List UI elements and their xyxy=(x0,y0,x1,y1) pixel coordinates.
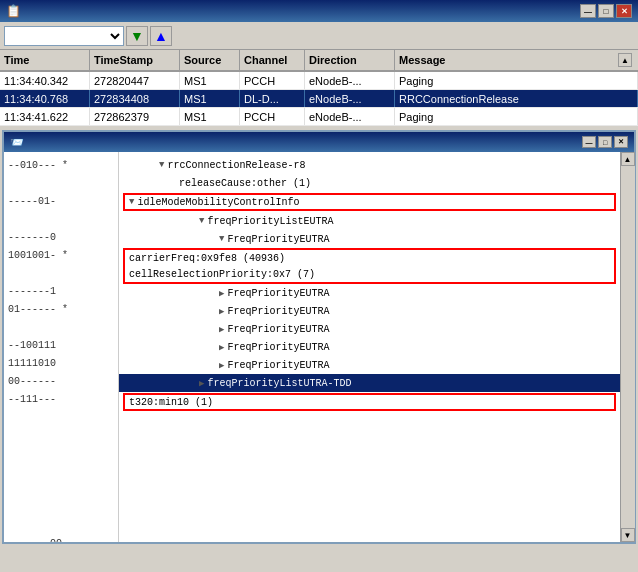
cell-source: MS1 xyxy=(180,90,240,107)
minimize-button[interactable]: — xyxy=(580,4,596,18)
tree-node[interactable]: ▼idleModeMobilityControlInfo xyxy=(123,193,616,211)
cell-channel: DL-D... xyxy=(240,90,305,107)
binary-row: 01------ * xyxy=(6,300,116,318)
cell-time: 11:34:40.768 xyxy=(0,90,90,107)
cell-direction: eNodeB-... xyxy=(305,90,395,107)
col-header-source: Source xyxy=(180,50,240,70)
tree-node-label: FreqPriorityEUTRA xyxy=(227,342,329,353)
scrollbar-track xyxy=(621,166,635,528)
arrow-up-button[interactable]: ▲ xyxy=(150,26,172,46)
binary-row: -------1 xyxy=(6,282,116,300)
collapse-icon: ▼ xyxy=(199,216,204,226)
expand-icon: ▶ xyxy=(219,306,224,317)
cell-message: Paging xyxy=(395,108,638,125)
messages-table: 11:34:40.342 272820447 MS1 PCCH eNodeB-.… xyxy=(0,72,638,126)
tree-node[interactable]: ▶FreqPriorityEUTRA xyxy=(119,302,620,320)
expand-icon: ▶ xyxy=(199,378,204,389)
down-arrow-icon: ▼ xyxy=(130,28,144,44)
cell-source: MS1 xyxy=(180,108,240,125)
binary-row xyxy=(6,426,116,444)
scroll-top-arrow[interactable]: ▲ xyxy=(621,152,635,166)
binary-row xyxy=(6,516,116,534)
binary-row xyxy=(6,498,116,516)
tree-node-label: freqPriorityListUTRA-TDD xyxy=(207,378,351,389)
binary-row: -----01- xyxy=(6,192,116,210)
tree-node[interactable]: ▶FreqPriorityEUTRA xyxy=(119,284,620,302)
cell-channel: PCCH xyxy=(240,108,305,125)
collapse-icon: ▼ xyxy=(219,234,224,244)
tree-node[interactable]: ▶freqPriorityListUTRA-TDD xyxy=(119,374,620,392)
table-row[interactable]: 11:34:40.768 272834408 MS1 DL-D... eNode… xyxy=(0,90,638,108)
cell-timestamp: 272862379 xyxy=(90,108,180,125)
tree-node-label: freqPriorityListEUTRA xyxy=(207,216,333,227)
expand-icon: ▶ xyxy=(219,288,224,299)
expand-icon: ▶ xyxy=(219,342,224,353)
tree-node-label: rrcConnectionRelease-r8 xyxy=(167,160,305,171)
tree-node-label: cellReselectionPriority:0x7 (7) xyxy=(129,269,315,280)
window-controls: — □ ✕ xyxy=(580,4,632,18)
toolbar: ▼ ▲ xyxy=(0,22,638,50)
binary-row xyxy=(6,210,116,228)
scrollbar[interactable]: ▲ ▼ xyxy=(620,152,634,542)
msg-browser-icon: 📨 xyxy=(10,136,24,149)
scroll-bottom-arrow[interactable]: ▼ xyxy=(621,528,635,542)
up-arrow-icon: ▲ xyxy=(154,28,168,44)
tree-node[interactable]: ▶FreqPriorityEUTRA xyxy=(119,320,620,338)
col-header-message: Message xyxy=(399,54,445,66)
binary-row: --010--- * xyxy=(6,156,116,174)
tree-node-label: idleModeMobilityControlInfo xyxy=(137,197,299,208)
tree-node-label: FreqPriorityEUTRA xyxy=(227,288,329,299)
cell-time: 11:34:40.342 xyxy=(0,72,90,89)
msg-maximize-button[interactable]: □ xyxy=(598,136,612,148)
maximize-button[interactable]: □ xyxy=(598,4,614,18)
message-browser: 📨 — □ ✕ --010--- *-----01--------0100100… xyxy=(2,130,636,544)
cell-direction: eNodeB-... xyxy=(305,72,395,89)
cell-message: RRCConnectionRelease xyxy=(395,90,638,107)
tree-node-label: releaseCause:other (1) xyxy=(179,178,311,189)
cell-source: MS1 xyxy=(180,72,240,89)
tree-node[interactable]: cellReselectionPriority:0x7 (7) xyxy=(123,266,616,284)
binary-row: 11111010 xyxy=(6,354,116,372)
app-icon: 📋 xyxy=(6,4,21,18)
binary-row: -------00 xyxy=(6,534,116,542)
binary-row xyxy=(6,444,116,462)
tree-node[interactable]: carrierFreq:0x9fe8 (40936) xyxy=(123,248,616,266)
msg-minimize-button[interactable]: — xyxy=(582,136,596,148)
tree-node[interactable]: ▼freqPriorityListEUTRA xyxy=(119,212,620,230)
binary-row: 1001001- * xyxy=(6,246,116,264)
tree-node-label: FreqPriorityEUTRA xyxy=(227,324,329,335)
binary-panel: --010--- *-----01--------01001001- *----… xyxy=(4,152,119,542)
msg-close-button[interactable]: ✕ xyxy=(614,136,628,148)
binary-row xyxy=(6,174,116,192)
col-header-direction: Direction xyxy=(305,50,395,70)
binary-row: -------0 xyxy=(6,228,116,246)
binary-row xyxy=(6,480,116,498)
binary-row xyxy=(6,462,116,480)
scroll-up-arrow[interactable]: ▲ xyxy=(618,53,632,67)
cell-timestamp: 272834408 xyxy=(90,90,180,107)
cell-message: Paging xyxy=(395,72,638,89)
tree-node-label: carrierFreq:0x9fe8 (40936) xyxy=(129,253,285,264)
cell-timestamp: 272820447 xyxy=(90,72,180,89)
tree-node[interactable]: ▶FreqPriorityEUTRA xyxy=(119,338,620,356)
tree-node[interactable]: ▼rrcConnectionRelease-r8 xyxy=(119,156,620,174)
binary-row: --111--- xyxy=(6,390,116,408)
tree-node[interactable]: ▶FreqPriorityEUTRA xyxy=(119,356,620,374)
arrow-down-button[interactable]: ▼ xyxy=(126,26,148,46)
table-row[interactable]: 11:34:41.622 272862379 MS1 PCCH eNodeB-.… xyxy=(0,108,638,126)
filter-combo[interactable] xyxy=(4,26,124,46)
binary-row: --100111 xyxy=(6,336,116,354)
close-button[interactable]: ✕ xyxy=(616,4,632,18)
table-row[interactable]: 11:34:40.342 272820447 MS1 PCCH eNodeB-.… xyxy=(0,72,638,90)
expand-icon: ▶ xyxy=(219,360,224,371)
tree-node[interactable]: releaseCause:other (1) xyxy=(119,174,620,192)
tree-node[interactable]: t320:min10 (1) xyxy=(123,393,616,411)
col-header-time: Time xyxy=(0,50,90,70)
cell-direction: eNodeB-... xyxy=(305,108,395,125)
binary-row: 00------ xyxy=(6,372,116,390)
tree-node-label: t320:min10 (1) xyxy=(129,397,213,408)
tree-node[interactable]: ▼FreqPriorityEUTRA xyxy=(119,230,620,248)
binary-row xyxy=(6,264,116,282)
tree-panel[interactable]: ▼rrcConnectionRelease-r8releaseCause:oth… xyxy=(119,152,620,542)
cell-time: 11:34:41.622 xyxy=(0,108,90,125)
